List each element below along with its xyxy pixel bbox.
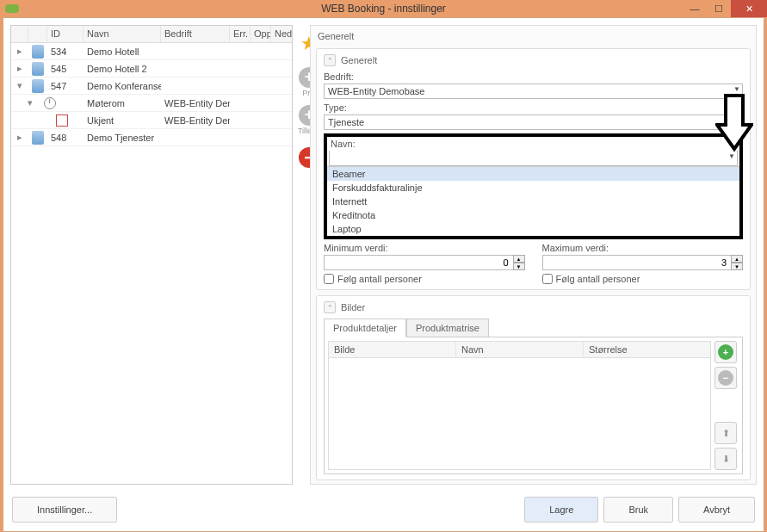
expand-toggle[interactable]: ▾ <box>11 78 28 93</box>
cell-bedrift <box>161 67 230 71</box>
cell-id <box>71 119 84 122</box>
spin-down-button[interactable]: ▼ <box>513 263 525 270</box>
navn-dropdown-list[interactable]: BeamerForskuddsfakturalinjeInternettKred… <box>327 166 739 236</box>
cell-id: 534 <box>47 45 84 59</box>
dropdown-option[interactable]: Forskuddsfakturalinje <box>327 181 739 195</box>
follow-persons-label: Følg antall personer <box>556 274 640 284</box>
tree-row[interactable]: ▾MøteromWEB-Entity Demobase <box>11 95 292 112</box>
close-button[interactable]: ✕ <box>731 0 767 17</box>
col-header-navn[interactable]: Navn <box>456 342 584 357</box>
tree-row[interactable]: ▾547Demo Konferansesenter <box>11 77 292 95</box>
cell-navn: Møterom <box>84 96 161 110</box>
dropdown-option[interactable]: Kreditnota <box>327 208 739 222</box>
cell-bedrift: WEB-Entity Demobase <box>161 96 230 110</box>
cell-navn: Demo Konferansesenter <box>84 79 161 93</box>
col-header-err[interactable]: Err. <box>230 26 251 42</box>
cell-bedrift <box>161 136 230 139</box>
doc-icon <box>28 77 47 95</box>
tree-row[interactable]: ▸548Demo Tjenester <box>11 129 292 146</box>
tree-row[interactable]: UkjentWEB-Entity Demobase <box>11 112 292 129</box>
max-label: Maximum verdi: <box>542 243 744 253</box>
cell-id: 548 <box>47 131 84 145</box>
cell-navn: Demo Hotell <box>84 45 161 59</box>
expand-toggle[interactable]: ▾ <box>11 96 40 110</box>
cell-navn: Ukjent <box>84 114 161 127</box>
bedrift-label: Bedrift: <box>324 71 743 82</box>
arrow-down-icon: ⬇ <box>722 454 730 465</box>
cell-bedrift: WEB-Entity Demobase <box>161 114 230 127</box>
col-header-bilde[interactable]: Bilde <box>329 342 456 357</box>
expand-toggle[interactable]: ▸ <box>11 44 28 59</box>
minus-icon: − <box>718 370 733 386</box>
clock-icon <box>40 96 59 111</box>
doc-icon <box>28 43 47 60</box>
col-header-bedrift[interactable]: Bedrift <box>161 26 230 42</box>
spin-down-button[interactable]: ▼ <box>731 263 743 270</box>
tree-row[interactable]: ▸545Demo Hotell 2 <box>11 60 292 77</box>
bedrift-select[interactable] <box>324 84 743 99</box>
min-input[interactable] <box>324 255 525 270</box>
use-button[interactable]: Bruk <box>603 497 673 523</box>
plus-icon: + <box>718 344 733 360</box>
cancel-button[interactable]: Avbryt <box>678 497 755 523</box>
tree-row[interactable]: ▸534Demo Hotell <box>11 43 292 60</box>
maximize-button[interactable]: ☐ <box>707 0 731 17</box>
col-header-id[interactable]: ID <box>47 26 84 42</box>
minimize-button[interactable]: — <box>683 0 707 17</box>
titlebar: WEB Booking - innstillinger — ☐ ✕ <box>0 0 767 17</box>
cell-id: 547 <box>47 79 84 93</box>
section-header-generelt: Generelt <box>341 55 377 65</box>
col-header-ned[interactable]: Ned <box>271 26 292 42</box>
max-input[interactable] <box>542 255 744 270</box>
follow-persons-max-checkbox[interactable] <box>542 274 553 284</box>
settings-button[interactable]: Innstillinger... <box>12 497 117 523</box>
type-select[interactable] <box>324 114 743 130</box>
section-header-bilder: Bilder <box>341 302 365 312</box>
type-label: Type: <box>324 102 743 113</box>
expand-toggle[interactable]: ▸ <box>11 130 28 145</box>
app-icon <box>5 4 19 13</box>
arrow-annotation <box>715 94 753 152</box>
cell-navn: Demo Hotell 2 <box>84 62 161 76</box>
min-label: Minimum verdi: <box>324 243 525 253</box>
expand-toggle[interactable]: ▸ <box>11 61 28 76</box>
doc-icon <box>28 129 47 146</box>
col-header-storrelse[interactable]: Størrelse <box>584 342 710 357</box>
unknown-icon <box>53 113 71 128</box>
save-button[interactable]: Lagre <box>524 497 598 523</box>
move-down-button[interactable]: ⬇ <box>714 448 737 470</box>
dropdown-option[interactable]: Beamer <box>327 167 739 181</box>
move-up-button[interactable]: ⬆ <box>714 422 737 444</box>
expand-toggle <box>11 119 53 122</box>
cell-id <box>59 102 84 105</box>
remove-image-button[interactable]: − <box>714 367 737 389</box>
cell-id: 545 <box>47 62 84 76</box>
col-header-opp[interactable]: Opp <box>251 26 271 42</box>
cell-navn: Demo Tjenester <box>84 131 161 145</box>
cell-bedrift <box>161 84 230 88</box>
spin-up-button[interactable]: ▲ <box>513 255 525 263</box>
follow-persons-label: Følg antall personer <box>337 274 422 284</box>
doc-icon <box>28 60 47 77</box>
arrow-up-icon: ⬆ <box>722 428 730 439</box>
navn-select[interactable] <box>329 151 738 166</box>
col-header-navn[interactable]: Navn <box>84 26 161 42</box>
collapse-generelt-button[interactable]: ⌃ <box>324 54 336 66</box>
add-image-button[interactable]: + <box>714 341 737 363</box>
window-title: WEB Booking - innstillinger <box>321 3 446 15</box>
dropdown-option[interactable]: Laptop <box>327 222 739 236</box>
tree-table[interactable]: ID Navn Bedrift Err. Opp Ned ▸534Demo Ho… <box>10 25 293 485</box>
image-table[interactable]: Bilde Navn Størrelse <box>328 341 711 470</box>
navn-label: Navn: <box>327 137 739 149</box>
pane-title: Generelt <box>316 29 751 43</box>
follow-persons-min-checkbox[interactable] <box>324 274 334 284</box>
dropdown-option[interactable]: Internett <box>327 195 739 208</box>
cell-bedrift <box>161 50 230 53</box>
tab-produktdetaljer[interactable]: Produktdetaljer <box>324 319 406 337</box>
spin-up-button[interactable]: ▲ <box>731 255 743 263</box>
collapse-bilder-button[interactable]: ⌃ <box>324 301 336 313</box>
tab-produktmatrise[interactable]: Produktmatrise <box>406 319 489 337</box>
